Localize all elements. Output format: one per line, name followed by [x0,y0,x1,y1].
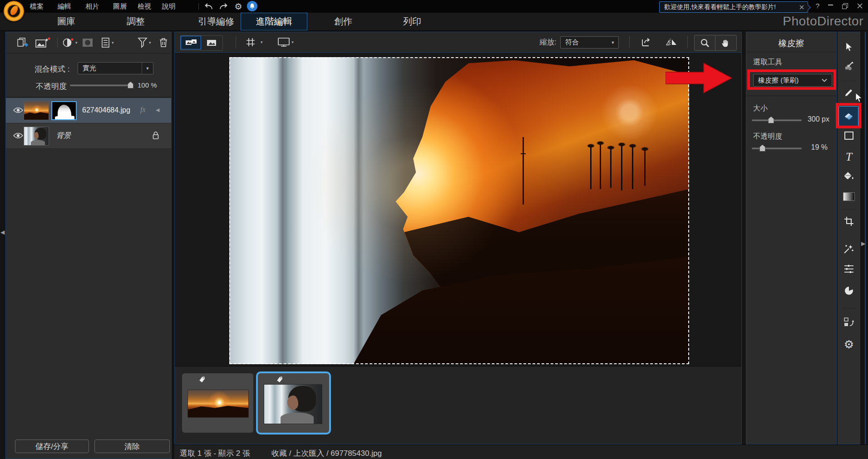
flip-horizontal-icon[interactable] [661,35,681,49]
canvas-toolbar: ▾ ▾ 縮放: 符合 ▼ [174,32,742,53]
tab-adjust[interactable]: 調整 [113,13,158,30]
titlebar: 檔案 編輯 相片 圖層 檢視 說明 ⚙ 歡迎使用,快來看看輕鬆上手的教學影片! … [0,0,868,13]
settings-gear-icon[interactable]: ⚙ [232,1,244,11]
size-value: 300 px [800,115,829,123]
layer1-name: 627404684.jpg [82,106,130,114]
menu-edit[interactable]: 編輯 [58,2,71,11]
filter-funnel-icon[interactable]: ▾ [138,36,151,49]
adjustment-layer-icon[interactable]: ▾ [62,36,78,49]
layer1-photo-thumbnail[interactable] [24,101,49,120]
restore-button[interactable] [842,3,849,9]
menu-view[interactable]: 檢視 [138,2,151,11]
zoom-caret-icon: ▼ [607,37,618,48]
shape-rectangle-tool-icon[interactable] [843,130,855,142]
left-panel-collapse-arrow[interactable]: ◀ [0,229,5,235]
tab-print[interactable]: 列印 [390,13,435,30]
undo-icon[interactable] [202,1,214,11]
tag-icon [198,376,206,383]
zoom-label: 縮放: [540,38,556,47]
layer-row-background[interactable]: 背景 [6,123,171,149]
annotation-red-box-eraser [836,103,861,128]
color-effect-icon[interactable] [843,285,855,297]
help-button[interactable]: ? [814,2,821,10]
content-aware-removal-icon[interactable] [843,60,855,72]
gradient-tool-icon[interactable] [843,190,855,202]
close-button[interactable] [857,3,864,9]
minimize-button[interactable] [828,5,835,5]
layer2-name: 背景 [56,131,71,141]
tab-edit-active[interactable]: 進階編輯 [241,13,307,30]
convert-layers-icon[interactable] [843,317,855,328]
photodirector-window: 檔案 編輯 相片 圖層 檢視 說明 ⚙ 歡迎使用,快來看看輕鬆上手的教學影片! … [0,0,868,459]
welcome-tip-text: 歡迎使用,快來看看輕鬆上手的教學影片! [660,3,796,11]
layer-panel: ▾ ▾ ▾ 混合模式 : 實光 ▼ 不透明度 100 [5,32,172,459]
sunset-thumbnail[interactable] [187,390,249,418]
size-label: 大小 [753,104,768,113]
clear-button[interactable]: 清除 [94,439,170,453]
magic-wand-removal-icon[interactable] [843,243,855,254]
grid-overlay-icon[interactable] [243,35,258,49]
zoom-tool-magnifier-icon[interactable] [695,35,715,50]
cyberlink-logo-icon [4,1,24,21]
notification-bell-icon[interactable] [247,1,257,11]
compare-view-button[interactable] [181,36,201,49]
export-image-icon[interactable] [636,35,656,49]
fill-bucket-tool-icon[interactable] [843,171,855,182]
zoom-dropdown[interactable]: 符合 ▼ [560,36,619,49]
layer1-mask-thumbnail[interactable] [51,101,77,120]
monitor-preview-icon[interactable]: ▾ [276,35,295,49]
brand-logotype: PhotoDirector [783,14,863,29]
layer-opacity-slider[interactable] [70,82,133,88]
add-image-layer-icon[interactable] [35,36,50,49]
grid-caret[interactable]: ▾ [259,35,263,49]
menu-layer[interactable]: 圖層 [113,2,127,11]
blend-mode-caret-icon: ▼ [142,63,153,74]
layer-opacity-label: 不透明度 [36,81,67,92]
delete-layer-trash-icon[interactable] [158,36,168,49]
add-layer-icon[interactable] [16,36,29,49]
save-share-button[interactable]: 儲存/分享 [15,439,89,453]
tab-create[interactable]: 創作 [321,13,366,30]
layer1-collapse-icon[interactable]: ◀ [156,107,159,113]
blend-mode-label: 混合模式 : [35,64,69,74]
eraser-opacity-slider[interactable] [752,145,802,151]
layer-row-image[interactable]: 627404684.jpg fx ◀ [6,98,171,123]
pen-tool-icon[interactable] [843,87,855,98]
text-tool-icon[interactable]: T [843,151,855,163]
filmstrip [174,366,742,444]
status-bar: 選取 1 張 - 顯示 2 張 收藏 / 上次匯入 / 697785430.jp… [174,444,868,459]
menu-file[interactable]: 檔案 [30,2,44,11]
portrait-thumbnail[interactable] [264,384,322,424]
pan-hand-icon[interactable] [715,35,736,50]
menu-help[interactable]: 說明 [162,2,176,11]
pointer-tool-icon[interactable] [843,41,855,53]
filmstrip-item-portrait-selected[interactable] [258,373,329,433]
right-panel-collapse-arrow[interactable]: ▶ [861,240,865,247]
layer2-photo-thumbnail[interactable] [24,127,49,146]
crop-tool-icon[interactable] [843,215,855,227]
zoom-value: 符合 [561,38,607,47]
adjustment-sliders-icon[interactable] [843,263,855,275]
size-slider[interactable] [752,117,802,123]
filmstrip-item-sunset[interactable] [182,373,253,433]
layer1-fx-badge[interactable]: fx [140,106,146,114]
blend-mode-dropdown[interactable]: 實光 ▼ [78,62,153,74]
layer2-visibility-eye-icon[interactable] [13,132,23,139]
zoom-pan-group [694,35,737,51]
layer2-lock-icon[interactable] [152,131,159,140]
tool-settings-gear-icon[interactable]: ⚙ [843,338,855,350]
annotation-red-arrow [666,60,735,96]
tab-library[interactable]: 圖庫 [44,13,89,30]
canvas-area[interactable] [174,53,742,366]
redo-icon[interactable] [218,1,230,11]
layer-list-icon[interactable]: ▾ [101,36,114,49]
mask-icon[interactable] [82,36,93,49]
layer-visibility-eye-icon[interactable] [13,107,23,113]
tag-icon [276,376,283,383]
eraser-opacity-label: 不透明度 [753,132,782,142]
eraser-opacity-value: 19 % [800,143,828,151]
menu-photo[interactable]: 相片 [85,2,99,11]
annotation-red-box-dropdown [747,69,836,90]
single-view-button[interactable] [201,36,222,49]
composite-photo[interactable] [229,57,689,364]
